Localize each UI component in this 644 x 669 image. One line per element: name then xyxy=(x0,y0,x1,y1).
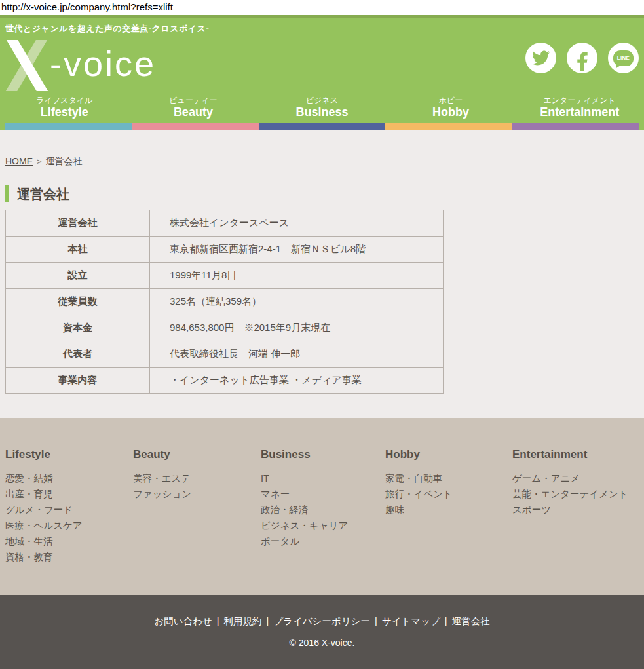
table-row: 事業内容 ・インターネット広告事業 ・メディア事業 xyxy=(6,368,444,394)
footer-link[interactable]: 医療・ヘルスケア xyxy=(5,518,133,533)
twitter-icon xyxy=(532,49,550,67)
nav-label-en: Lifestyle xyxy=(0,105,129,119)
bottom-link-sitemap[interactable]: サイトマップ xyxy=(382,616,440,626)
site-logo[interactable]: -voice xyxy=(5,40,156,94)
site-header: 世代とジャンルを超えた声の交差点-クロスボイス- -voice xyxy=(0,15,644,130)
footer-col-title: Business xyxy=(261,448,385,461)
row-value: 東京都新宿区西新宿2-4-1 新宿ＮＳビル8階 xyxy=(150,237,444,263)
footer-link[interactable]: 家電・自動車 xyxy=(385,470,512,486)
footer-link[interactable]: 地域・生活 xyxy=(5,533,133,549)
footer-link[interactable]: グルメ・フード xyxy=(5,502,133,518)
footer-link[interactable]: 出産・育児 xyxy=(5,486,133,502)
row-label: 事業内容 xyxy=(6,368,150,394)
footer-col-business: Business IT マネー 政治・経済 ビジネス・キャリア ポータル xyxy=(261,448,385,595)
bottom-link-privacy[interactable]: プライバシーポリシー xyxy=(273,616,370,626)
copyright: © 2016 X-voice. xyxy=(0,638,644,648)
table-row: 本社 東京都新宿区西新宿2-4-1 新宿ＮＳビル8階 xyxy=(6,237,444,263)
row-value: 株式会社インタースペース xyxy=(150,210,444,237)
facebook-icon xyxy=(577,50,588,73)
footer-link[interactable]: ゲーム・アニメ xyxy=(512,470,628,486)
footer-col-hobby: Hobby 家電・自動車 旅行・イベント 趣味 xyxy=(385,448,512,595)
bottom-link-company[interactable]: 運営会社 xyxy=(452,616,490,626)
nav-label-en: Hobby xyxy=(387,105,516,119)
nav-strip-business xyxy=(259,123,385,130)
logo-row: -voice LINE xyxy=(0,39,644,95)
row-label: 資本金 xyxy=(6,315,150,341)
breadcrumb-current: 運営会社 xyxy=(46,156,83,166)
footer-link[interactable]: IT xyxy=(261,470,385,486)
nav-label-en: Beauty xyxy=(129,105,258,119)
footer-link[interactable]: スポーツ xyxy=(512,502,628,518)
bottom-link-separator: | xyxy=(267,616,269,626)
footer-col-title: Beauty xyxy=(133,448,261,461)
row-value: 984,653,800円 ※2015年9月末現在 xyxy=(150,315,444,341)
bottom-bar: お問い合わせ|利用規約|プライバシーポリシー|サイトマップ|運営会社 © 201… xyxy=(0,595,644,669)
bottom-link-separator: | xyxy=(445,616,447,626)
company-info-table: 運営会社 株式会社インタースペース 本社 東京都新宿区西新宿2-4-1 新宿ＮＳ… xyxy=(5,210,444,394)
breadcrumb: HOME>運営会社 xyxy=(5,130,639,168)
bottom-links: お問い合わせ|利用規約|プライバシーポリシー|サイトマップ|運営会社 xyxy=(0,595,644,628)
line-icon: LINE xyxy=(613,50,634,66)
footer-link[interactable]: ビジネス・キャリア xyxy=(261,518,385,533)
nav-label-en: Entertainment xyxy=(515,105,644,119)
main-nav: ライフスタイル Lifestyle ビューティー Beauty ビジネス Bus… xyxy=(0,95,644,123)
nav-item-entertainment[interactable]: エンターテイメント Entertainment xyxy=(515,95,644,119)
bottom-link-contact[interactable]: お問い合わせ xyxy=(154,616,212,626)
footer-col-title: Lifestyle xyxy=(5,448,133,461)
table-row: 設立 1999年11月8日 xyxy=(6,263,444,289)
facebook-button[interactable] xyxy=(567,43,597,73)
row-label: 本社 xyxy=(6,237,150,263)
footer-link[interactable]: マネー xyxy=(261,486,385,502)
nav-strip-hobby xyxy=(385,123,512,130)
page-title: 運営会社 xyxy=(5,185,639,202)
line-button[interactable]: LINE xyxy=(608,43,639,73)
nav-item-beauty[interactable]: ビューティー Beauty xyxy=(129,95,258,119)
nav-label-en: Business xyxy=(257,105,387,119)
site-tagline: 世代とジャンルを超えた声の交差点-クロスボイス- xyxy=(0,18,644,39)
bottom-link-separator: | xyxy=(375,616,377,626)
footer-link[interactable]: 恋愛・結婚 xyxy=(5,470,133,486)
nav-label-jp: ビューティー xyxy=(129,95,258,105)
nav-label-jp: エンターテイメント xyxy=(515,95,644,105)
row-label: 設立 xyxy=(6,263,150,289)
footer-link[interactable]: 旅行・イベント xyxy=(385,486,512,502)
footer-col-title: Entertainment xyxy=(512,448,628,461)
row-value: ・インターネット広告事業 ・メディア事業 xyxy=(150,368,444,394)
row-value: 1999年11月8日 xyxy=(150,263,444,289)
nav-strip-lifestyle xyxy=(5,123,132,130)
table-row: 代表者 代表取締役社長 河端 伸一郎 xyxy=(6,341,444,368)
footer-link[interactable]: 趣味 xyxy=(385,502,512,518)
main-content: HOME>運営会社 運営会社 運営会社 株式会社インタースペース 本社 東京都新… xyxy=(0,130,644,418)
row-value: 代表取締役社長 河端 伸一郎 xyxy=(150,341,444,368)
breadcrumb-separator: > xyxy=(37,157,42,166)
logo-x-graphic xyxy=(5,40,48,94)
nav-item-hobby[interactable]: ホビー Hobby xyxy=(387,95,516,119)
breadcrumb-home-link[interactable]: HOME xyxy=(5,156,33,166)
category-footer: Lifestyle 恋愛・結婚 出産・育児 グルメ・フード 医療・ヘルスケア 地… xyxy=(0,418,644,595)
footer-link[interactable]: 資格・教育 xyxy=(5,549,133,565)
row-label: 運営会社 xyxy=(6,210,150,237)
footer-link[interactable]: 政治・経済 xyxy=(261,502,385,518)
footer-link[interactable]: ポータル xyxy=(261,533,385,549)
footer-link[interactable]: ファッション xyxy=(133,486,261,502)
browser-url-bar[interactable]: http://x-voice.jp/company.html?refs=xlif… xyxy=(0,0,644,15)
footer-col-beauty: Beauty 美容・エステ ファッション xyxy=(133,448,261,595)
nav-strip-beauty xyxy=(132,123,258,130)
nav-item-lifestyle[interactable]: ライフスタイル Lifestyle xyxy=(0,95,129,119)
nav-item-business[interactable]: ビジネス Business xyxy=(257,95,387,119)
nav-strip-entertainment xyxy=(512,123,639,130)
nav-color-strip xyxy=(5,123,639,130)
bottom-link-terms[interactable]: 利用規約 xyxy=(224,616,262,626)
footer-link[interactable]: 芸能・エンターテイメント xyxy=(512,486,628,502)
table-row: 資本金 984,653,800円 ※2015年9月末現在 xyxy=(6,315,444,341)
twitter-button[interactable] xyxy=(525,43,556,73)
social-icons: LINE xyxy=(525,43,639,73)
footer-col-entertainment: Entertainment ゲーム・アニメ 芸能・エンターテイメント スポーツ xyxy=(512,448,628,595)
footer-col-lifestyle: Lifestyle 恋愛・結婚 出産・育児 グルメ・フード 医療・ヘルスケア 地… xyxy=(5,448,133,595)
row-label: 代表者 xyxy=(6,341,150,368)
footer-col-title: Hobby xyxy=(385,448,512,461)
nav-label-jp: ライフスタイル xyxy=(0,95,129,105)
logo-text: -voice xyxy=(50,40,156,87)
footer-link[interactable]: 美容・エステ xyxy=(133,470,261,486)
table-row: 運営会社 株式会社インタースペース xyxy=(6,210,444,237)
